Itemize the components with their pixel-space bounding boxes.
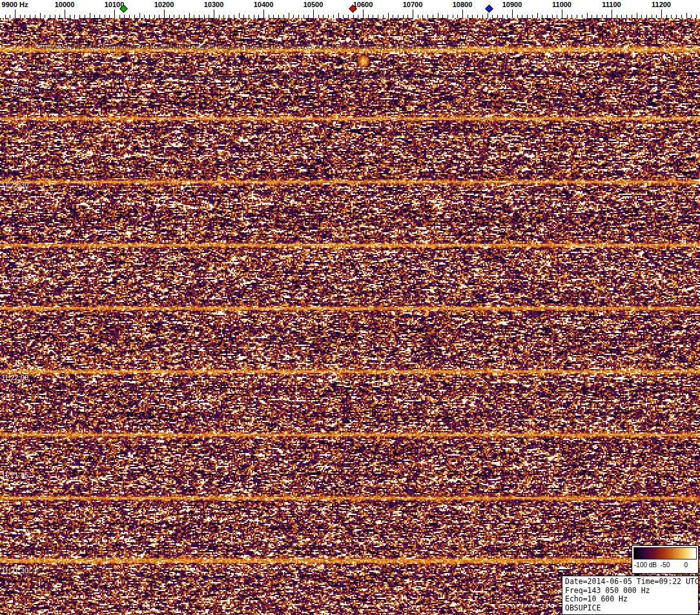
- axis-minor-tick: [537, 13, 538, 18]
- axis-tick-label: 10500: [304, 1, 324, 8]
- status-info-box: Date=2014-06-05 Time=09:22 UTC Freq=143 …: [562, 576, 699, 615]
- colorbar-label-mid: -50: [661, 561, 670, 569]
- axis-tick-label: 11000: [552, 1, 571, 8]
- axis-minor-tick: [388, 13, 389, 18]
- axis-minor-tick: [488, 13, 488, 18]
- time-label: 11:22:00: [1, 374, 28, 381]
- axis-minor-tick: [289, 13, 289, 18]
- axis-tick-label: 10200: [154, 1, 174, 8]
- axis-major-tick: [214, 10, 214, 18]
- axis-major-tick: [313, 10, 314, 18]
- detection-time-offset-t48: ^t+48: [31, 62, 48, 70]
- time-label: 11:22:45: [1, 86, 28, 94]
- info-date-time: Date=2014-06-05 Time=09:22 UTC: [565, 578, 695, 587]
- axis-tick-label: 9900 Hz: [2, 1, 28, 8]
- axis-minor-tick: [686, 13, 687, 18]
- waterfall-area: 20140605092248404 hCnt20 nb-79 f10590 hi…: [0, 18, 700, 615]
- axis-minor-tick: [239, 13, 240, 18]
- axis-major-tick: [363, 10, 364, 18]
- axis-major-tick: [661, 10, 662, 18]
- axis-minor-tick: [139, 13, 140, 18]
- axis-major-tick: [65, 10, 65, 18]
- axis-major-tick: [462, 10, 463, 18]
- axis-tick-label: 10400: [254, 1, 274, 8]
- axis-minor-tick: [438, 13, 438, 18]
- axis-tick-label: 10900: [502, 1, 522, 8]
- axis-tick-label: 11100: [602, 1, 621, 8]
- frequency-axis: 9900 Hz100001010010200103001040010500106…: [0, 0, 700, 18]
- axis-major-tick: [164, 10, 165, 18]
- spectrogram-window: 9900 Hz100001010010200103001040010500106…: [0, 0, 700, 615]
- axis-tick-label: 10800: [453, 1, 473, 8]
- axis-minor-tick: [189, 13, 190, 18]
- colorbar-labels: -100 dB -50 0: [633, 560, 697, 570]
- time-label: 11:22:15: [1, 276, 28, 283]
- axis-major-tick: [612, 10, 612, 18]
- time-label: 11:21:30: [1, 567, 28, 574]
- detection-annotation-1: 20140605092248404 hCnt20 nb-79 f10590 hi…: [36, 43, 462, 50]
- axis-major-tick: [263, 10, 264, 18]
- colorbar-label-min: -100 dB: [634, 561, 657, 569]
- detection-annotation-2: 20140605092244604 hCnt19 nb-82 f10614 hi…: [36, 73, 457, 81]
- info-echo-frequency: Echo=10 600 Hz: [565, 595, 695, 604]
- time-label: 11:21:45: [1, 471, 28, 479]
- axis-major-tick: [413, 10, 413, 18]
- freq-marker-blue-icon[interactable]: [486, 5, 494, 13]
- axis-major-tick: [15, 10, 15, 18]
- axis-tick-label: 10000: [55, 1, 75, 8]
- time-label: 11:22:30: [1, 181, 28, 188]
- axis-major-tick: [114, 10, 115, 18]
- axis-tick-label: 10300: [204, 1, 224, 8]
- colorbar-label-max: 0: [684, 561, 688, 569]
- spectrogram-canvas[interactable]: [0, 18, 700, 615]
- axis-tick-label: 10700: [403, 1, 423, 8]
- info-frequency: Freq=143 050 000 Hz: [565, 587, 695, 596]
- axis-tick-label: 11200: [652, 1, 671, 8]
- info-station-name: OBSUPICE: [565, 604, 695, 613]
- axis-minor-tick: [587, 13, 588, 18]
- axis-major-tick: [562, 10, 562, 18]
- detection-time-offset-t44: ^t+44: [36, 86, 53, 94]
- axis-major-tick: [512, 10, 513, 18]
- axis-minor-tick: [338, 13, 339, 18]
- colorbar: -100 dB -50 0: [632, 545, 699, 574]
- axis-minor-tick: [40, 13, 41, 18]
- axis-minor-tick: [637, 13, 637, 18]
- colorbar-gradient: [633, 547, 697, 560]
- axis-minor-tick: [90, 13, 90, 18]
